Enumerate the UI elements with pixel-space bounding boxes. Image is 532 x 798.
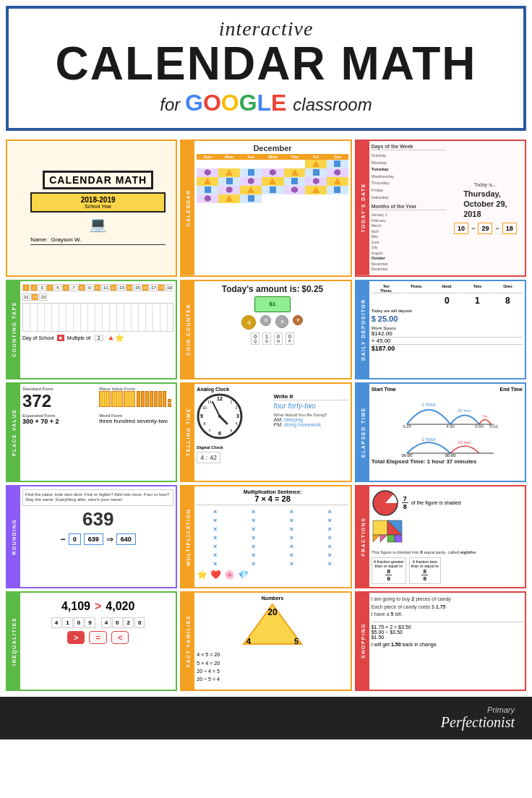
frac-parts-label: equal parts, called [424,550,459,554]
thumbnails-grid: CALENDAR MATH 2018-2019 School Year 💻 Na… [0,137,532,697]
td-today-is: Today is... [474,182,497,187]
page-footer: Primary Perfectionist [0,697,532,739]
cal-day-wed: Wed [262,154,284,160]
td-date-line2: October 29, [463,199,507,209]
shop-qty-label: pieces of candy [416,596,451,601]
mult-x-19: × [290,543,293,550]
ff-eq-1: 4×5=20 [197,651,348,658]
mult-op: × [261,494,267,503]
mult-x-22: × [252,552,255,559]
ct-num-5: 5 [54,284,61,291]
td-date-line3: 2018 [463,209,507,219]
dd-sum2: + 45.00 [372,338,523,345]
dd-deposit-amount: $ 25.00 [372,314,523,323]
svg-text:5:02: 5:02 [489,424,498,428]
calendar-header-row: Sun Mon Tue Wed Thu Fri Sat [197,154,348,160]
google-l: L [257,90,272,116]
pv-hundreds [99,391,135,407]
cal-cell [218,177,240,186]
rnd-sign: − [61,534,66,544]
td-date: Thursday, October 29, 2018 [463,189,507,220]
ff-triangle-wrap: 20 4 5 [240,601,305,648]
coin-q-label: Q [254,339,257,343]
telling-time-inner: Analog Clock 12 3 6 9 1 2 4 5 7 [194,384,350,481]
ct-multiple-label: Multiple of: [67,335,92,340]
svg-text:4: 4 [246,637,252,645]
ff-eq-2: 5×4=20 [197,659,348,667]
mult-x-24: × [328,552,332,559]
coin-d-label: D [265,339,268,343]
mult-x-23: × [290,552,293,559]
cal-row-2 [197,168,348,177]
dd-val-5: 8 [493,296,523,306]
svg-text:1 hour: 1 hour [421,402,437,407]
frac-num: 7 [402,495,408,503]
svg-point-15 [218,415,221,418]
td-day-tue: Tuesday [372,166,446,173]
pv-expanded-col: Expanded Form 300 + 70 + 2 [22,413,97,425]
ff-header: Numbers [197,596,348,601]
ineq-btn-greater[interactable]: > [67,631,85,644]
cal-cell [305,168,327,177]
cell-fact-families: FACT FAMILIES Numbers 20 4 5 4×5=20 5×4=… [180,591,351,691]
td-dash2: − [495,225,499,232]
tt-digital-display: 4 : 42 [197,452,220,463]
frac-ld: 8 [421,575,427,582]
pv-one-1 [168,399,171,403]
cal-cell [197,186,218,194]
svg-text:2: 2 [236,406,238,410]
shop-costs: costs $ [419,604,434,609]
place-value-inner: Standard Form 372 Place Value Form [20,384,176,481]
cal-cell [218,194,240,203]
shop-calc1: $1.75 × 2 = $3.50 [372,625,523,630]
cell-shopping: SHOPPING I am going to buy 2 pieces of c… [355,591,526,691]
coin-q-box: 0 Q [251,332,259,345]
tt-am-label: AM: [273,417,282,422]
frac-ln: 8 [421,568,427,575]
frac-div-label: This figure is divided into [372,550,419,554]
place-value-label: PLACE VALUE [7,384,20,481]
pv-ten-2 [141,391,145,407]
cell-inequalities: INEQUALITIES 4,109 > 4,020 4 1 0 9 4 0 2… [6,591,177,691]
coin-counter-label: COIN COUNTER [181,281,194,378]
svg-marker-37 [380,535,387,542]
pv-standard: Standard Form 372 [22,387,97,411]
cal-cell [284,186,306,194]
rnd-number2: 639 [84,533,103,545]
dd-col-3: Hund. [432,284,462,293]
ct-day-box: ■ [57,335,64,341]
cell-calendar: CALENDAR December Sun Mon Tue Wed Thu Fr… [180,140,351,277]
shop-calc2: $5.00 − $3.50 [372,630,523,635]
shop-bill-suffix: bill. [395,612,403,617]
td-day-sun: Sunday [372,153,446,160]
cell-telling-time: TELLING TIME Analog Clock 12 3 6 9 1 2 4… [180,382,351,482]
shop-change-row: I will get 1.50 back in change. [372,642,523,647]
elapsed-time-inner: Start Time End Time 1 hour 30 min. 7m 3:… [369,384,525,481]
cal-day-tue: Tue [240,154,262,160]
cal-cell [197,160,218,168]
inequalities-label: INEQUALITIES [7,593,20,690]
shop-have: I have a 5 bill. [372,611,523,619]
ineq-btn-less[interactable]: < [111,631,129,644]
ineq-breakdowns: 4 1 0 9 4 0 2 0 [22,617,173,628]
shop-change-suffix: back in change. [402,642,437,647]
cal-cell [262,160,284,168]
tt-right-col: Write It four forty-two What Would You B… [273,393,348,443]
ineq-d2-3: 2 [124,617,134,628]
cell-place-value: PLACE VALUE Standard Form 372 Place Valu… [6,382,177,482]
rounding-label: ROUNDING [7,486,20,588]
cal-row-4 [197,186,348,194]
cal-day-sun: Sun [197,154,218,160]
cal-day-fri: Fri [305,154,327,160]
fact-families-label: FACT FAMILIES [181,593,194,690]
ct-num-6: 6 [62,284,69,291]
cal-cell [305,186,327,194]
mult-eq: = [275,494,281,503]
mult-x-15: × [290,534,293,541]
header-title: CALENDAR MATH [20,40,512,87]
coin-amount-prefix: Today's amount is: [222,284,300,294]
ineq-btn-equal[interactable]: = [89,631,106,644]
frac-greater-label: A fraction greaterthan or equal to [374,559,404,568]
tt-digital-label: Digital Clock [197,445,348,450]
svg-text:5:00: 5:00 [475,424,484,428]
